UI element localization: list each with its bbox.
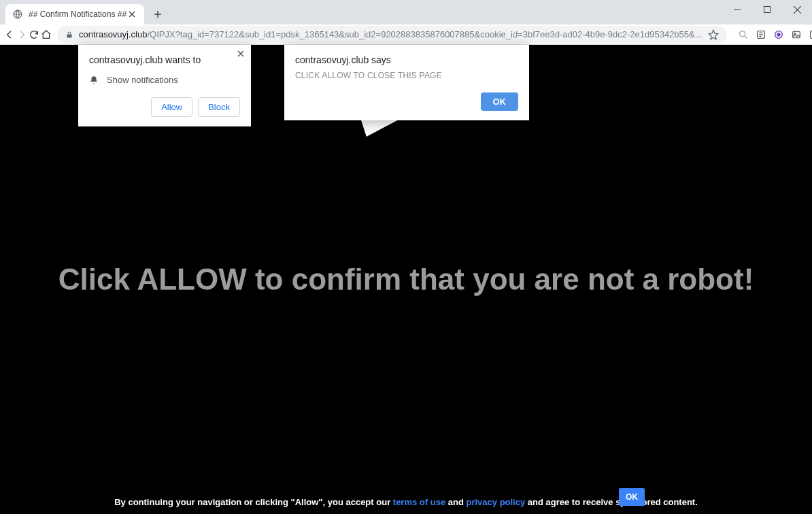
- browser-tab[interactable]: ## Confirm Notifications ##: [5, 4, 144, 24]
- footer-ok-button[interactable]: OK: [619, 488, 645, 506]
- lock-icon: [65, 31, 73, 39]
- extension-icons: [737, 28, 812, 41]
- svg-point-6: [777, 33, 780, 36]
- alert-ok-button[interactable]: OK: [481, 92, 519, 111]
- footer-pre: By continuing your navigation or clickin…: [114, 497, 393, 507]
- tab-title: ## Confirm Notifications ##: [29, 10, 126, 19]
- footer-consent: By continuing your navigation or clickin…: [0, 497, 812, 507]
- javascript-alert: contrasovuyj.club says CLICK ALLOW TO CL…: [284, 45, 529, 120]
- notification-permission-prompt: contrasovuyj.club wants to Show notifica…: [78, 45, 251, 126]
- svg-rect-7: [792, 31, 800, 37]
- url-path: /QIPJX?tag_id=737122&sub_id1=pdsk_136514…: [147, 29, 702, 39]
- terms-link[interactable]: terms of use: [393, 497, 445, 507]
- home-button[interactable]: [41, 25, 52, 44]
- svg-point-3: [739, 31, 745, 36]
- extension-circle-icon[interactable]: [772, 28, 785, 41]
- toolbar: contrasovuyj.club /QIPJX?tag_id=737122&s…: [0, 24, 812, 45]
- permission-title: contrasovuyj.club wants to: [89, 54, 240, 65]
- url-host: contrasovuyj.club: [79, 29, 147, 39]
- svg-rect-2: [67, 34, 72, 37]
- close-window-button[interactable]: [782, 0, 812, 19]
- tab-strip: ## Confirm Notifications ##: [0, 0, 812, 24]
- zoom-icon[interactable]: [737, 28, 750, 41]
- maximize-button[interactable]: [752, 0, 782, 19]
- tab-close-icon[interactable]: [126, 9, 137, 20]
- window-controls: [722, 0, 812, 19]
- bell-icon: [89, 75, 99, 85]
- allow-button[interactable]: Allow: [151, 97, 192, 117]
- permission-capability: Show notifications: [107, 75, 178, 85]
- reload-button[interactable]: [29, 25, 39, 44]
- reader-icon[interactable]: [754, 28, 768, 41]
- globe-icon: [12, 9, 23, 20]
- close-icon[interactable]: [237, 50, 244, 57]
- alert-message: CLICK ALLOW TO CLOSE THIS PAGE: [295, 71, 518, 80]
- new-tab-button[interactable]: [148, 5, 167, 24]
- address-bar[interactable]: contrasovuyj.club /QIPJX?tag_id=737122&s…: [57, 26, 727, 44]
- alert-title: contrasovuyj.club says: [295, 54, 518, 65]
- bookmark-star-icon[interactable]: [708, 29, 719, 40]
- footer-post: and agree to receive sponsored content.: [528, 497, 698, 507]
- forward-button[interactable]: [16, 25, 27, 44]
- footer-and: and: [448, 497, 467, 507]
- minimize-button[interactable]: [722, 0, 752, 19]
- privacy-link[interactable]: privacy policy: [466, 497, 525, 507]
- image-icon[interactable]: [790, 28, 803, 41]
- hero-text: Click ALLOW to confirm that you are not …: [0, 262, 812, 296]
- svg-rect-1: [764, 7, 771, 13]
- back-button[interactable]: [4, 25, 15, 44]
- block-button[interactable]: Block: [198, 97, 240, 117]
- install-icon[interactable]: [807, 28, 812, 41]
